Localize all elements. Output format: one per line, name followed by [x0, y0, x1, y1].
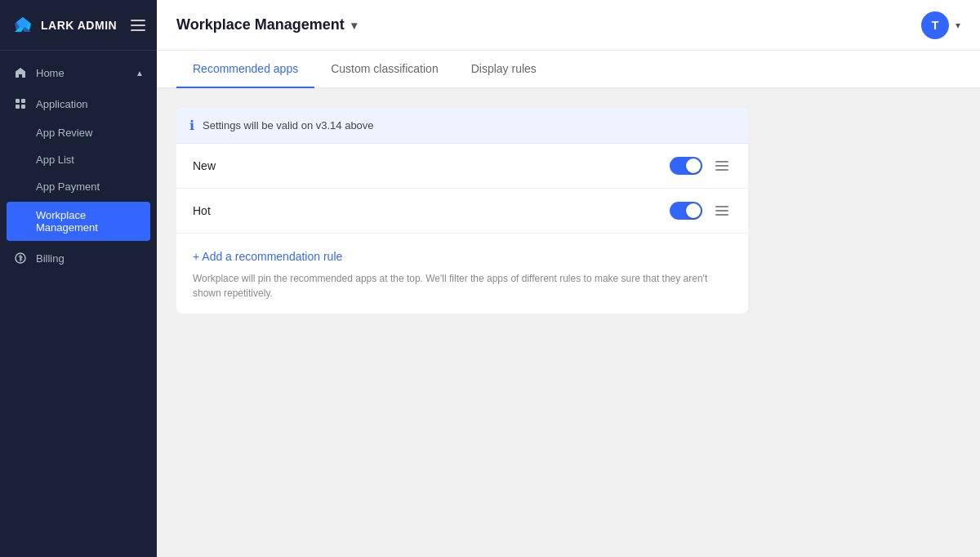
rule-row-new: New	[176, 144, 748, 189]
sidebar-app-payment-label: App Payment	[36, 180, 100, 193]
sidebar-section-application[interactable]: Application	[0, 88, 157, 119]
svg-rect-2	[16, 105, 20, 109]
sidebar-title: LARK ADMIN	[41, 19, 117, 32]
page-title: Workplace Management	[176, 16, 345, 33]
title-dropdown-icon[interactable]: ▾	[351, 19, 357, 32]
rule-new-label: New	[193, 159, 660, 172]
rule-hot-label: Hot	[193, 204, 660, 217]
lark-logo-icon	[11, 14, 34, 37]
sidebar-header: LARK ADMIN	[0, 0, 157, 51]
info-banner-text: Settings will be valid on v3.14 above	[203, 119, 374, 131]
sidebar-app-review-label: App Review	[36, 127, 92, 139]
home-chevron-icon: ▲	[136, 69, 144, 78]
info-banner: ℹ Settings will be valid on v3.14 above	[176, 108, 748, 144]
rule-hot-toggle[interactable]	[670, 202, 702, 220]
content-area: ℹ Settings will be valid on v3.14 above …	[157, 88, 980, 557]
sidebar-workplace-label: Workplace Management	[36, 209, 137, 234]
rule-row-hot: Hot	[176, 189, 748, 234]
sidebar-item-workplace-management[interactable]: Workplace Management	[7, 202, 150, 241]
add-recommendation-rule-button[interactable]: + Add a recommendation rule	[193, 250, 342, 263]
rule-new-menu-icon[interactable]	[712, 158, 732, 174]
tab-display-rules[interactable]: Display rules	[455, 51, 553, 88]
add-rule-description: Workplace will pin the recommended apps …	[193, 271, 732, 301]
sidebar-app-list-label: App List	[36, 154, 74, 166]
billing-icon	[13, 251, 28, 265]
sidebar-billing-label: Billing	[36, 252, 144, 265]
info-icon: ℹ	[189, 118, 194, 133]
main-content: Workplace Management ▾ T ▾ Recommended a…	[157, 0, 980, 557]
sidebar-application-label: Application	[36, 98, 144, 110]
sidebar-logo: LARK ADMIN	[11, 14, 117, 37]
tab-recommended-apps[interactable]: Recommended apps	[176, 51, 314, 88]
sidebar: LARK ADMIN Home ▲ Application App Review…	[0, 0, 157, 557]
sidebar-nav: Home ▲ Application App Review App List A…	[0, 51, 157, 557]
hamburger-icon[interactable]	[131, 20, 145, 31]
add-rule-area: + Add a recommendation rule Workplace wi…	[176, 234, 748, 314]
tabs-bar: Recommended apps Custom classification D…	[157, 51, 980, 88]
sidebar-item-home[interactable]: Home ▲	[0, 57, 157, 88]
sidebar-item-app-payment[interactable]: App Payment	[0, 173, 157, 200]
avatar-chevron-icon[interactable]: ▾	[956, 20, 960, 31]
rule-new-toggle[interactable]	[670, 157, 702, 175]
topbar-title-area: Workplace Management ▾	[176, 16, 357, 33]
sidebar-item-billing[interactable]: Billing	[0, 243, 157, 274]
sidebar-home-label: Home	[36, 67, 127, 79]
topbar-right: T ▾	[921, 11, 960, 39]
home-icon	[13, 65, 28, 80]
svg-rect-0	[16, 99, 20, 103]
svg-rect-3	[21, 105, 25, 109]
application-icon	[13, 96, 28, 111]
tab-custom-classification[interactable]: Custom classification	[314, 51, 455, 88]
main-card: ℹ Settings will be valid on v3.14 above …	[176, 108, 748, 314]
sidebar-item-app-list[interactable]: App List	[0, 146, 157, 173]
sidebar-item-app-review[interactable]: App Review	[0, 119, 157, 146]
user-avatar[interactable]: T	[921, 11, 949, 39]
svg-rect-1	[21, 99, 25, 103]
rule-hot-menu-icon[interactable]	[712, 203, 732, 219]
topbar: Workplace Management ▾ T ▾	[157, 0, 980, 51]
